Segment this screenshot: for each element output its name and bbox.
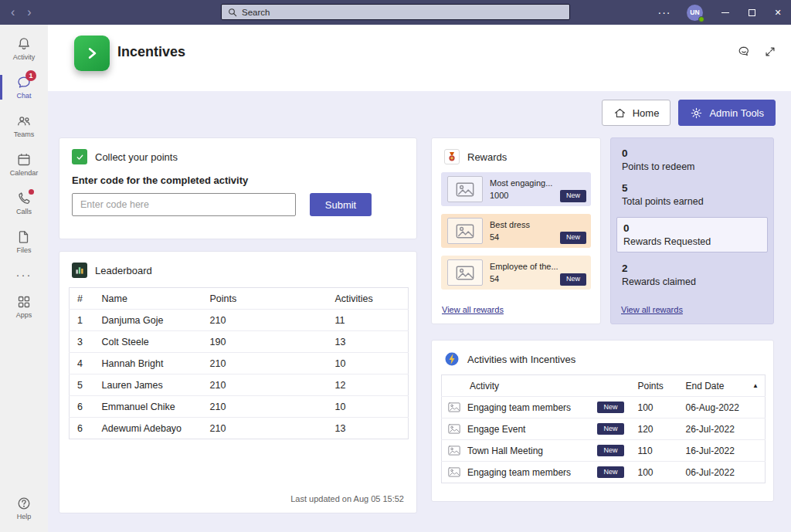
stat-value: 5 [622,182,762,194]
cell-rank: 3 [70,331,94,353]
table-row[interactable]: Town Hall Meeting New 110 16-Jul-2022 [442,440,766,462]
table-row[interactable]: Engage Event New 120 26-Jul-2022 [442,418,766,440]
home-icon [613,107,626,120]
dashboard-toolbar: Home Admin Tools [602,100,776,126]
cell-rank: 5 [70,374,94,396]
new-badge: New [560,190,586,202]
activity-name: Engaging team members [467,402,590,413]
maximize-button[interactable] [738,0,765,25]
sidebar-item-label: Calls [16,208,32,215]
photo-icon [447,218,483,244]
table-row[interactable]: Engaging team members New 100 06-Jul-202… [442,462,766,483]
new-badge: New [560,273,586,286]
table-row: 6 Emmanuel Chike 210 10 [70,396,409,418]
stat-value: 2 [622,263,762,274]
calendar-icon [16,152,32,168]
photo-icon [448,424,460,434]
sidebar-item-teams[interactable]: Teams [0,107,48,145]
titlebar-controls: ··· UN ✕ [651,0,791,25]
stat-total-points-earned: 5 Total points earned [622,182,762,207]
search-placeholder: Search [242,8,270,17]
close-button[interactable]: ✕ [765,0,791,25]
stat-rewards-claimed: 2 Rewards claimed [622,263,762,287]
photo-icon [447,176,483,202]
new-badge: New [597,445,623,457]
stat-points-to-redeem: 0 Points to redeem [622,147,762,172]
column-header-activity: Activity [442,375,632,397]
collect-points-icon [72,149,87,164]
home-button[interactable]: Home [602,100,671,126]
reward-name: Best dress [490,220,530,229]
sidebar-item-help[interactable]: Help [0,489,48,527]
activity-end-date: 26-Jul-2022 [680,418,766,440]
table-row: 1 Danjuma Goje 210 11 [70,310,409,331]
collect-points-card: Collect your points Enter code for the c… [59,137,417,239]
rewards-icon [444,149,460,164]
sort-ascending-icon[interactable]: ▲ [752,382,759,389]
reward-list-item[interactable]: Employee of the... 54 New [441,256,591,290]
minimize-button[interactable] [712,0,738,25]
last-updated-text: Last updated on Aug 05 15:52 [290,494,404,503]
feedback-icon[interactable] [737,45,751,59]
table-row: 6 Adewumi Adebayo 210 13 [70,418,409,439]
cell-activities: 11 [328,310,409,331]
reward-name: Most engaging... [490,178,552,188]
sidebar-item-label: Activity [13,54,36,61]
cell-points: 210 [202,374,328,396]
leaderboard-header-row: # Name Points Activities [70,288,409,310]
sidebar-item-calls[interactable]: Calls [0,184,48,222]
dashboard: Home Admin Tools Collect your points Ent… [48,91,791,532]
activity-name: Town Hall Meeting [467,446,590,456]
photo-icon [447,259,483,286]
maximize-icon [749,9,755,16]
chat-unread-badge: 1 [25,70,36,81]
reward-points: 54 [490,232,530,242]
cell-rank: 6 [70,418,94,439]
stat-label: Points to redeem [622,161,762,172]
view-all-rewards-link[interactable]: View all rewards [621,305,683,314]
sidebar-item-label: Calendar [10,170,39,177]
page-title: Incentives [117,44,185,60]
cell-points: 210 [202,310,328,331]
more-options-icon[interactable]: ··· [651,6,677,19]
avatar[interactable]: UN [687,5,703,21]
rewards-title: Rewards [467,151,507,163]
app-header: Incentives [48,25,791,91]
stat-value: 0 [623,222,761,234]
cell-activities: 10 [328,396,409,418]
admin-tools-button[interactable]: Admin Tools [678,100,776,126]
view-all-rewards-link[interactable]: View all rewards [442,305,504,314]
activity-points: 110 [632,440,680,462]
sidebar-item-apps[interactable]: Apps [0,287,48,326]
new-badge: New [597,466,623,479]
people-icon [16,114,32,129]
stat-label: Total points earned [622,196,762,207]
back-icon[interactable]: ‹ [11,6,15,19]
photo-icon [448,467,460,477]
rail-more-apps-icon[interactable]: ··· [0,261,48,287]
reward-list-item[interactable]: Best dress 54 New [441,214,591,248]
code-input[interactable] [72,193,296,216]
forward-icon[interactable]: › [27,6,31,19]
sidebar-item-activity[interactable]: Activity [0,29,48,68]
table-row: 3 Colt Steele 190 13 [70,331,409,353]
search-input[interactable]: Search [221,4,570,20]
column-header-points: Points [632,375,680,397]
home-button-label: Home [633,107,660,119]
expand-icon[interactable] [763,45,777,59]
column-header-end-date[interactable]: End Date ▲ [680,375,766,397]
table-row[interactable]: Engaging team members New 100 06-Aug-202… [442,397,766,418]
cell-points: 190 [202,331,328,353]
photo-icon [448,402,460,412]
sidebar-item-calendar[interactable]: Calendar [0,145,48,184]
gear-icon [690,107,703,120]
reward-list-item[interactable]: Most engaging... 1000 New [441,172,591,206]
points-summary-card: 0 Points to redeem 5 Total points earned… [610,137,774,324]
new-badge: New [597,402,623,414]
sidebar-item-label: Apps [16,312,32,319]
cell-activities: 10 [328,353,409,374]
stat-rewards-requested[interactable]: 0 Rewards Requested [616,217,768,252]
submit-button[interactable]: Submit [310,193,372,216]
sidebar-item-files[interactable]: Files [0,222,48,261]
sidebar-item-chat[interactable]: Chat 1 [0,68,48,107]
